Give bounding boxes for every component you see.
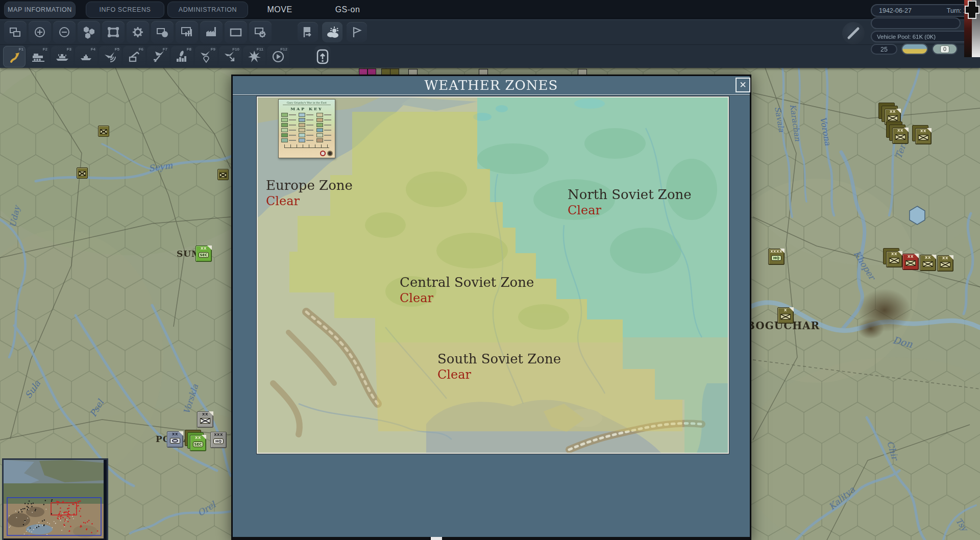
- supply-depot-2[interactable]: [77, 167, 88, 179]
- close-icon: ✕: [739, 80, 746, 90]
- naval-transport-f3[interactable]: F3: [51, 46, 74, 67]
- zone-label-south: South Soviet Zone Clear: [437, 352, 561, 382]
- rail-transport-f2[interactable]: F2: [27, 46, 50, 67]
- hex-overlay-button[interactable]: [78, 21, 100, 43]
- unit-shapes-button[interactable]: [151, 21, 174, 43]
- battle-scorch-mark-2: [857, 318, 884, 339]
- flag-arrow-icon: [301, 26, 314, 39]
- explosion-icon: [247, 50, 261, 64]
- infantry-symbol: [940, 262, 950, 267]
- gear-icon: [131, 26, 144, 39]
- rectangle-icon: [229, 26, 242, 39]
- zoom-out-button[interactable]: [53, 21, 76, 43]
- strategic-bombing-f8[interactable]: F8: [171, 46, 193, 67]
- delay-value-field[interactable]: 25: [871, 44, 897, 55]
- factory-info-button[interactable]: [200, 21, 223, 43]
- zone-label-north: North Soviet Zone Clear: [568, 187, 692, 217]
- rect-gear-icon: [254, 26, 267, 39]
- move-arrow-icon: [7, 50, 21, 64]
- pennant-flag-icon: [350, 26, 363, 39]
- german-cross-emblem: [964, 0, 980, 57]
- infantry-symbol: [895, 134, 905, 140]
- infantry-symbol: [905, 260, 916, 266]
- zoom-in-button[interactable]: [29, 21, 51, 43]
- zoom-in-icon: [33, 26, 46, 39]
- dialog-title: WEATHER ZONES: [233, 76, 750, 95]
- movement-mode-f1[interactable]: F1: [3, 46, 26, 67]
- airborne-drop-f9[interactable]: F9: [195, 46, 217, 67]
- map-key-legend: Gary Grigsby's War in the East MAP KEY: [278, 99, 335, 158]
- hq-symbol: HQ: [771, 255, 781, 261]
- jump-window-button[interactable]: [4, 21, 27, 43]
- menu-bar: MAP INFORMATION INFO SCREENS ADMINISTRAT…: [0, 0, 980, 19]
- menu-item-gs-on[interactable]: GS-on: [329, 3, 366, 16]
- amphibious-transport-f4[interactable]: F4: [75, 46, 97, 67]
- infantry-symbol: [923, 261, 933, 267]
- axis-badge: [327, 151, 333, 156]
- hq-symbol: HQ: [213, 438, 224, 444]
- frame-select-button[interactable]: [102, 21, 125, 43]
- play-circle-icon: [271, 50, 285, 64]
- rect-circle-icon: [156, 26, 169, 39]
- tab-info-screens[interactable]: INFO SCREENS: [86, 2, 164, 18]
- zoom-out-icon: [58, 26, 71, 39]
- infantry-symbol: [888, 115, 898, 121]
- sec-symbol: SEC: [199, 252, 209, 258]
- plane-bomb-icon: [151, 50, 165, 64]
- tab-map-information[interactable]: MAP INFORMATION: [4, 2, 76, 18]
- small-ship-icon: [79, 50, 93, 64]
- windows-icon: [9, 26, 22, 39]
- victory-flags-button[interactable]: [347, 22, 367, 42]
- armor-symbol: [170, 438, 180, 444]
- air-transfer-f6[interactable]: F6: [123, 46, 145, 67]
- vehicle-pool-display: Vehicle Pool: 61K (0K): [871, 31, 971, 42]
- supply-depot-1[interactable]: [98, 126, 109, 137]
- weather-sun-cloud-icon: [325, 25, 339, 39]
- minimap[interactable]: [2, 458, 108, 540]
- toolbar: F1 F2 F3 F4 F5 F6 F7 F8 F9 F10: [0, 19, 980, 68]
- hexes-icon: [82, 26, 95, 39]
- close-button[interactable]: ✕: [736, 78, 750, 92]
- bomb-city-icon: [175, 50, 189, 64]
- dialog-bottom-strip: [233, 537, 750, 540]
- terrain-toggle-button[interactable]: [901, 43, 928, 55]
- infantry-symbol: [200, 418, 210, 424]
- train-icon: [31, 50, 45, 64]
- map-frame-button[interactable]: [225, 21, 247, 43]
- zone-condition: Clear: [437, 368, 561, 382]
- weather-display-button[interactable]: [322, 22, 342, 42]
- edit-button[interactable]: [842, 22, 865, 44]
- paradrop-icon: [199, 50, 213, 64]
- game-screen: Seym Uday Sula Psel Vorskla Orel Savala …: [0, 0, 980, 540]
- zone-condition: Clear: [568, 204, 692, 217]
- game-date: 1942-06-27: [879, 7, 912, 14]
- infantry-symbol: [889, 258, 899, 263]
- menu-item-move[interactable]: MOVE: [261, 3, 298, 16]
- message-display: [871, 17, 961, 29]
- recon-plane-icon: [103, 50, 117, 64]
- crane-icon: [127, 50, 141, 64]
- selection-frame-icon: [107, 26, 120, 39]
- air-transport-f10[interactable]: F10: [219, 46, 241, 67]
- dialog-bottom-notch: [431, 537, 442, 540]
- end-turn-f12[interactable]: F12: [267, 46, 289, 67]
- zone-condition: Clear: [400, 291, 534, 305]
- bomb-city-f11[interactable]: F11: [243, 46, 265, 67]
- up-arrow-icon: [316, 49, 329, 64]
- city-stats-button[interactable]: [176, 21, 198, 43]
- supply-depot-3[interactable]: [217, 169, 229, 180]
- sec-symbol: SEC: [193, 441, 203, 447]
- counter-display-button[interactable]: 0: [932, 43, 958, 55]
- settings-button[interactable]: [127, 21, 149, 43]
- plane-arrow-icon: [223, 50, 237, 64]
- weather-map: Gary Grigsby's War in the East MAP KEY: [257, 96, 729, 454]
- air-recon-f5[interactable]: F5: [99, 46, 121, 67]
- tab-administration[interactable]: ADMINISTRATION: [167, 2, 248, 18]
- ground-attack-f7[interactable]: F7: [147, 46, 169, 67]
- allied-badge: [320, 151, 326, 156]
- infantry-symbol: [780, 314, 791, 320]
- flag-advance-button[interactable]: [298, 22, 318, 42]
- escalate-button[interactable]: [314, 46, 331, 67]
- factory-icon: [205, 26, 218, 39]
- window-settings-button[interactable]: [249, 21, 272, 43]
